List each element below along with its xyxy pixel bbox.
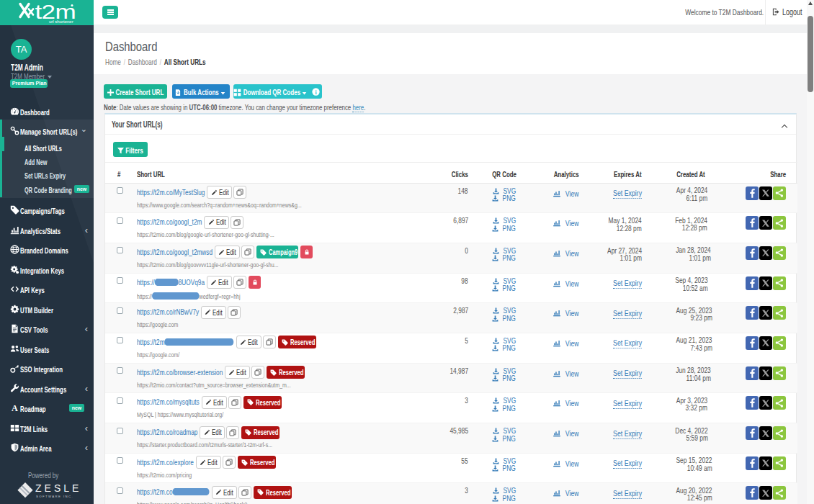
- svg-text:i: i: [316, 89, 317, 96]
- svg-text:ZESLE: ZESLE: [35, 482, 81, 494]
- svg-text:SOFTWARE INC.: SOFTWARE INC.: [36, 495, 73, 498]
- svg-text:A: A: [12, 403, 18, 413]
- svg-text:url shortener: url shortener: [49, 19, 73, 24]
